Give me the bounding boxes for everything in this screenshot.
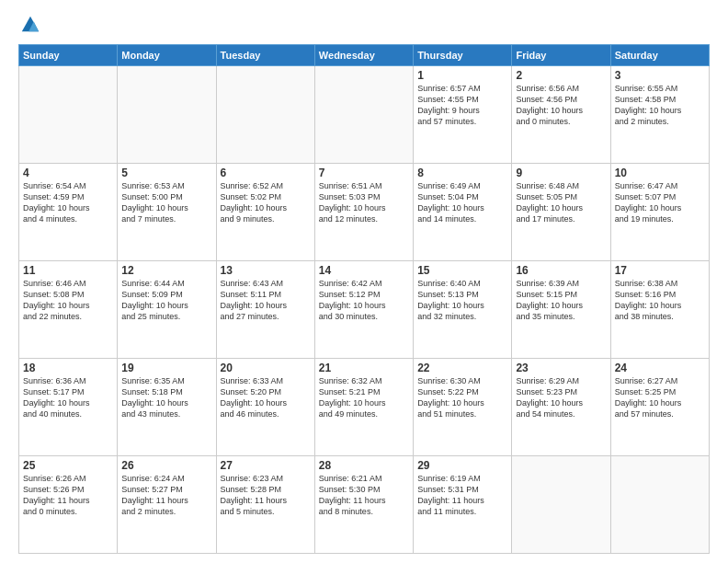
day-number: 6: [221, 167, 311, 179]
calendar-cell: 27Sunrise: 6:23 AM Sunset: 5:28 PM Dayli…: [216, 456, 314, 554]
calendar-cell: 14Sunrise: 6:42 AM Sunset: 5:12 PM Dayli…: [314, 261, 413, 359]
day-number: 27: [221, 459, 311, 472]
calendar-cell: 15Sunrise: 6:40 AM Sunset: 5:13 PM Dayli…: [414, 261, 512, 359]
logo-icon: [20, 15, 40, 35]
calendar-cell: 28Sunrise: 6:21 AM Sunset: 5:30 PM Dayli…: [314, 456, 413, 554]
day-number: 17: [615, 264, 705, 277]
calendar-cell: 11Sunrise: 6:46 AM Sunset: 5:08 PM Dayli…: [19, 261, 118, 359]
day-number: 25: [23, 459, 113, 472]
day-number: 20: [221, 362, 311, 374]
calendar-week-row-4: 18Sunrise: 6:36 AM Sunset: 5:17 PM Dayli…: [19, 359, 710, 456]
page: SundayMondayTuesdayWednesdayThursdayFrid…: [0, 0, 728, 563]
day-number: 28: [319, 459, 409, 472]
day-info: Sunrise: 6:47 AM Sunset: 5:07 PM Dayligh…: [615, 180, 705, 225]
logo: [18, 15, 40, 35]
day-info: Sunrise: 6:40 AM Sunset: 5:13 PM Dayligh…: [417, 278, 507, 323]
day-info: Sunrise: 6:54 AM Sunset: 4:59 PM Dayligh…: [23, 180, 113, 225]
day-info: Sunrise: 6:30 AM Sunset: 5:22 PM Dayligh…: [417, 375, 507, 420]
day-number: 12: [121, 264, 211, 277]
calendar-cell: 13Sunrise: 6:43 AM Sunset: 5:11 PM Dayli…: [216, 261, 314, 359]
day-info: Sunrise: 6:46 AM Sunset: 5:08 PM Dayligh…: [23, 278, 113, 323]
day-number: 10: [615, 167, 705, 179]
weekday-header-row: SundayMondayTuesdayWednesdayThursdayFrid…: [19, 45, 710, 66]
day-number: 21: [319, 362, 409, 374]
weekday-header-friday: Friday: [512, 45, 610, 66]
calendar-week-row-1: 1Sunrise: 6:57 AM Sunset: 4:55 PM Daylig…: [19, 66, 710, 164]
calendar-cell: [314, 66, 413, 164]
calendar-cell: 20Sunrise: 6:33 AM Sunset: 5:20 PM Dayli…: [216, 359, 314, 456]
day-number: 15: [417, 264, 507, 277]
day-number: 7: [319, 167, 409, 179]
calendar-cell: [610, 456, 709, 554]
calendar-week-row-3: 11Sunrise: 6:46 AM Sunset: 5:08 PM Dayli…: [19, 261, 710, 359]
calendar-cell: 12Sunrise: 6:44 AM Sunset: 5:09 PM Dayli…: [118, 261, 216, 359]
weekday-header-tuesday: Tuesday: [216, 45, 314, 66]
calendar-cell: 26Sunrise: 6:24 AM Sunset: 5:27 PM Dayli…: [118, 456, 216, 554]
day-number: 14: [319, 264, 409, 277]
day-info: Sunrise: 6:51 AM Sunset: 5:03 PM Dayligh…: [319, 180, 409, 225]
day-number: 5: [121, 167, 211, 179]
day-number: 26: [121, 459, 211, 472]
day-info: Sunrise: 6:49 AM Sunset: 5:04 PM Dayligh…: [417, 180, 507, 225]
calendar-cell: 23Sunrise: 6:29 AM Sunset: 5:23 PM Dayli…: [512, 359, 610, 456]
day-number: 19: [121, 362, 211, 374]
calendar-cell: [216, 66, 314, 164]
day-info: Sunrise: 6:26 AM Sunset: 5:26 PM Dayligh…: [23, 473, 113, 518]
day-number: 11: [23, 264, 113, 277]
day-info: Sunrise: 6:24 AM Sunset: 5:27 PM Dayligh…: [121, 473, 211, 518]
day-info: Sunrise: 6:35 AM Sunset: 5:18 PM Dayligh…: [121, 375, 211, 420]
calendar-cell: 17Sunrise: 6:38 AM Sunset: 5:16 PM Dayli…: [610, 261, 709, 359]
calendar-cell: 10Sunrise: 6:47 AM Sunset: 5:07 PM Dayli…: [610, 164, 709, 261]
day-number: 3: [615, 69, 705, 82]
calendar-table: SundayMondayTuesdayWednesdayThursdayFrid…: [18, 44, 710, 554]
day-info: Sunrise: 6:32 AM Sunset: 5:21 PM Dayligh…: [319, 375, 409, 420]
day-info: Sunrise: 6:52 AM Sunset: 5:02 PM Dayligh…: [221, 180, 311, 225]
day-number: 9: [516, 167, 606, 179]
day-number: 16: [516, 264, 606, 277]
calendar-cell: 29Sunrise: 6:19 AM Sunset: 5:31 PM Dayli…: [414, 456, 512, 554]
day-info: Sunrise: 6:33 AM Sunset: 5:20 PM Dayligh…: [221, 375, 311, 420]
day-number: 2: [516, 69, 606, 82]
day-info: Sunrise: 6:43 AM Sunset: 5:11 PM Dayligh…: [221, 278, 311, 323]
day-number: 8: [417, 167, 507, 179]
day-info: Sunrise: 6:53 AM Sunset: 5:00 PM Dayligh…: [121, 180, 211, 225]
calendar-cell: 18Sunrise: 6:36 AM Sunset: 5:17 PM Dayli…: [19, 359, 118, 456]
calendar-cell: 21Sunrise: 6:32 AM Sunset: 5:21 PM Dayli…: [314, 359, 413, 456]
day-info: Sunrise: 6:27 AM Sunset: 5:25 PM Dayligh…: [615, 375, 705, 420]
calendar-cell: 4Sunrise: 6:54 AM Sunset: 4:59 PM Daylig…: [19, 164, 118, 261]
calendar-cell: 7Sunrise: 6:51 AM Sunset: 5:03 PM Daylig…: [314, 164, 413, 261]
calendar-cell: 16Sunrise: 6:39 AM Sunset: 5:15 PM Dayli…: [512, 261, 610, 359]
day-number: 13: [221, 264, 311, 277]
header: [18, 15, 710, 35]
day-number: 24: [615, 362, 705, 374]
calendar-cell: [512, 456, 610, 554]
calendar-cell: 1Sunrise: 6:57 AM Sunset: 4:55 PM Daylig…: [414, 66, 512, 164]
weekday-header-monday: Monday: [118, 45, 216, 66]
calendar-cell: 25Sunrise: 6:26 AM Sunset: 5:26 PM Dayli…: [19, 456, 118, 554]
day-info: Sunrise: 6:38 AM Sunset: 5:16 PM Dayligh…: [615, 278, 705, 323]
day-number: 1: [417, 69, 507, 82]
calendar-cell: 8Sunrise: 6:49 AM Sunset: 5:04 PM Daylig…: [414, 164, 512, 261]
calendar-cell: 6Sunrise: 6:52 AM Sunset: 5:02 PM Daylig…: [216, 164, 314, 261]
day-info: Sunrise: 6:42 AM Sunset: 5:12 PM Dayligh…: [319, 278, 409, 323]
day-info: Sunrise: 6:39 AM Sunset: 5:15 PM Dayligh…: [516, 278, 606, 323]
day-number: 23: [516, 362, 606, 374]
weekday-header-thursday: Thursday: [414, 45, 512, 66]
weekday-header-wednesday: Wednesday: [314, 45, 413, 66]
day-number: 22: [417, 362, 507, 374]
calendar-cell: 22Sunrise: 6:30 AM Sunset: 5:22 PM Dayli…: [414, 359, 512, 456]
day-info: Sunrise: 6:19 AM Sunset: 5:31 PM Dayligh…: [417, 473, 507, 518]
weekday-header-sunday: Sunday: [19, 45, 118, 66]
day-number: 29: [417, 459, 507, 472]
day-info: Sunrise: 6:55 AM Sunset: 4:58 PM Dayligh…: [615, 83, 705, 128]
day-info: Sunrise: 6:29 AM Sunset: 5:23 PM Dayligh…: [516, 375, 606, 420]
day-info: Sunrise: 6:23 AM Sunset: 5:28 PM Dayligh…: [221, 473, 311, 518]
calendar-week-row-2: 4Sunrise: 6:54 AM Sunset: 4:59 PM Daylig…: [19, 164, 710, 261]
calendar-cell: 2Sunrise: 6:56 AM Sunset: 4:56 PM Daylig…: [512, 66, 610, 164]
day-info: Sunrise: 6:36 AM Sunset: 5:17 PM Dayligh…: [23, 375, 113, 420]
calendar-cell: [19, 66, 118, 164]
calendar-week-row-5: 25Sunrise: 6:26 AM Sunset: 5:26 PM Dayli…: [19, 456, 710, 554]
day-number: 4: [23, 167, 113, 179]
calendar-cell: [118, 66, 216, 164]
day-info: Sunrise: 6:44 AM Sunset: 5:09 PM Dayligh…: [121, 278, 211, 323]
